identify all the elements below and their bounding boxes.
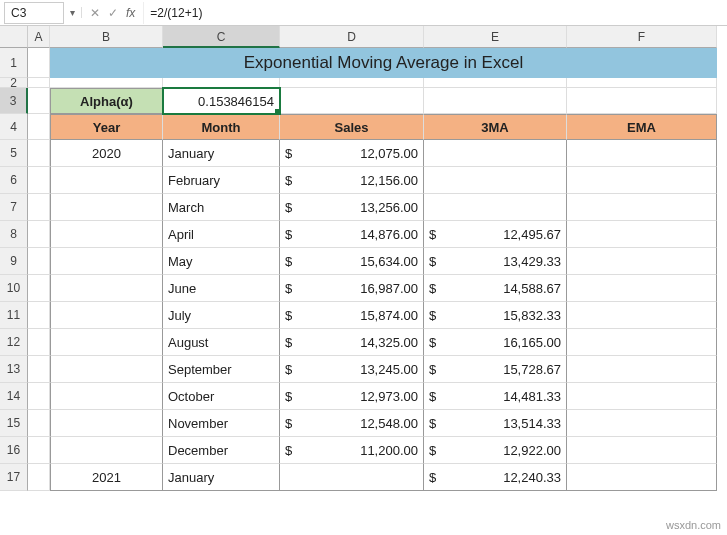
ema-cell[interactable] <box>567 275 717 302</box>
ma3-cell[interactable]: $13,429.33 <box>424 248 567 275</box>
cell-A11[interactable] <box>28 302 50 329</box>
cell-A7[interactable] <box>28 194 50 221</box>
cell-A2[interactable] <box>28 78 50 88</box>
sales-cell[interactable]: $13,256.00 <box>280 194 424 221</box>
month-cell[interactable]: March <box>163 194 280 221</box>
year-cell[interactable] <box>50 194 163 221</box>
row-head-16[interactable]: 16 <box>0 437 28 464</box>
row-head-8[interactable]: 8 <box>0 221 28 248</box>
ma3-cell[interactable]: $13,514.33 <box>424 410 567 437</box>
row-head-7[interactable]: 7 <box>0 194 28 221</box>
cell-F3[interactable] <box>567 88 717 114</box>
name-box-dropdown-icon[interactable]: ▾ <box>68 7 82 18</box>
row-head-2[interactable]: 2 <box>0 78 28 88</box>
row-head-14[interactable]: 14 <box>0 383 28 410</box>
cell-A17[interactable] <box>28 464 50 491</box>
cell-F2[interactable] <box>567 78 717 88</box>
ema-cell[interactable] <box>567 464 717 491</box>
cell-A12[interactable] <box>28 329 50 356</box>
ema-cell[interactable] <box>567 329 717 356</box>
month-cell[interactable]: September <box>163 356 280 383</box>
year-cell[interactable] <box>50 167 163 194</box>
cell-C2[interactable] <box>163 78 280 88</box>
row-head-1[interactable]: 1 <box>0 48 28 78</box>
ema-cell[interactable] <box>567 356 717 383</box>
month-cell[interactable]: July <box>163 302 280 329</box>
ema-cell[interactable] <box>567 248 717 275</box>
alpha-label-cell[interactable]: Alpha(α) <box>50 88 163 114</box>
year-cell[interactable]: 2021 <box>50 464 163 491</box>
cell-E2[interactable] <box>424 78 567 88</box>
year-cell[interactable]: 2020 <box>50 140 163 167</box>
row-head-6[interactable]: 6 <box>0 167 28 194</box>
sales-cell[interactable]: $14,325.00 <box>280 329 424 356</box>
sales-cell[interactable]: $12,075.00 <box>280 140 424 167</box>
month-cell[interactable]: November <box>163 410 280 437</box>
cell-A15[interactable] <box>28 410 50 437</box>
year-cell[interactable] <box>50 221 163 248</box>
header-sales[interactable]: Sales <box>280 114 424 140</box>
formula-input[interactable]: =2/(12+1) <box>143 2 727 24</box>
row-head-9[interactable]: 9 <box>0 248 28 275</box>
year-cell[interactable] <box>50 248 163 275</box>
ema-cell[interactable] <box>567 167 717 194</box>
ma3-cell[interactable]: $14,481.33 <box>424 383 567 410</box>
year-cell[interactable] <box>50 437 163 464</box>
sales-cell[interactable]: $13,245.00 <box>280 356 424 383</box>
row-head-15[interactable]: 15 <box>0 410 28 437</box>
cell-A16[interactable] <box>28 437 50 464</box>
col-head-E[interactable]: E <box>424 26 567 48</box>
ma3-cell[interactable] <box>424 194 567 221</box>
cell-A9[interactable] <box>28 248 50 275</box>
month-cell[interactable]: June <box>163 275 280 302</box>
ema-cell[interactable] <box>567 140 717 167</box>
ma3-cell[interactable]: $12,922.00 <box>424 437 567 464</box>
sales-cell[interactable]: $12,548.00 <box>280 410 424 437</box>
ema-cell[interactable] <box>567 194 717 221</box>
col-head-C[interactable]: C <box>163 26 280 48</box>
year-cell[interactable] <box>50 329 163 356</box>
col-head-A[interactable]: A <box>28 26 50 48</box>
month-cell[interactable]: April <box>163 221 280 248</box>
ma3-cell[interactable]: $12,495.67 <box>424 221 567 248</box>
col-head-D[interactable]: D <box>280 26 424 48</box>
header-month[interactable]: Month <box>163 114 280 140</box>
row-head-11[interactable]: 11 <box>0 302 28 329</box>
ma3-cell[interactable] <box>424 140 567 167</box>
ma3-cell[interactable]: $12,240.33 <box>424 464 567 491</box>
alpha-value-cell[interactable]: 0.153846154 <box>163 88 280 114</box>
cell-A5[interactable] <box>28 140 50 167</box>
ema-cell[interactable] <box>567 383 717 410</box>
sales-cell[interactable]: $15,874.00 <box>280 302 424 329</box>
col-head-F[interactable]: F <box>567 26 717 48</box>
header-ema[interactable]: EMA <box>567 114 717 140</box>
cell-A6[interactable] <box>28 167 50 194</box>
sales-cell[interactable]: $15,634.00 <box>280 248 424 275</box>
ma3-cell[interactable]: $14,588.67 <box>424 275 567 302</box>
month-cell[interactable]: October <box>163 383 280 410</box>
year-cell[interactable] <box>50 275 163 302</box>
ma3-cell[interactable] <box>424 167 567 194</box>
ma3-cell[interactable]: $15,832.33 <box>424 302 567 329</box>
year-cell[interactable] <box>50 410 163 437</box>
ema-cell[interactable] <box>567 410 717 437</box>
sales-cell[interactable]: $16,987.00 <box>280 275 424 302</box>
month-cell[interactable]: January <box>163 464 280 491</box>
row-head-12[interactable]: 12 <box>0 329 28 356</box>
sales-cell[interactable]: $12,973.00 <box>280 383 424 410</box>
row-head-10[interactable]: 10 <box>0 275 28 302</box>
select-all-corner[interactable] <box>0 26 28 48</box>
cell-E3[interactable] <box>424 88 567 114</box>
cell-D3[interactable] <box>280 88 424 114</box>
col-head-B[interactable]: B <box>50 26 163 48</box>
cell-A13[interactable] <box>28 356 50 383</box>
ema-cell[interactable] <box>567 437 717 464</box>
month-cell[interactable]: May <box>163 248 280 275</box>
ma3-cell[interactable]: $16,165.00 <box>424 329 567 356</box>
cancel-icon[interactable]: ✕ <box>90 6 100 20</box>
year-cell[interactable] <box>50 383 163 410</box>
row-head-4[interactable]: 4 <box>0 114 28 140</box>
sales-cell[interactable]: $11,200.00 <box>280 437 424 464</box>
ema-cell[interactable] <box>567 221 717 248</box>
month-cell[interactable]: January <box>163 140 280 167</box>
